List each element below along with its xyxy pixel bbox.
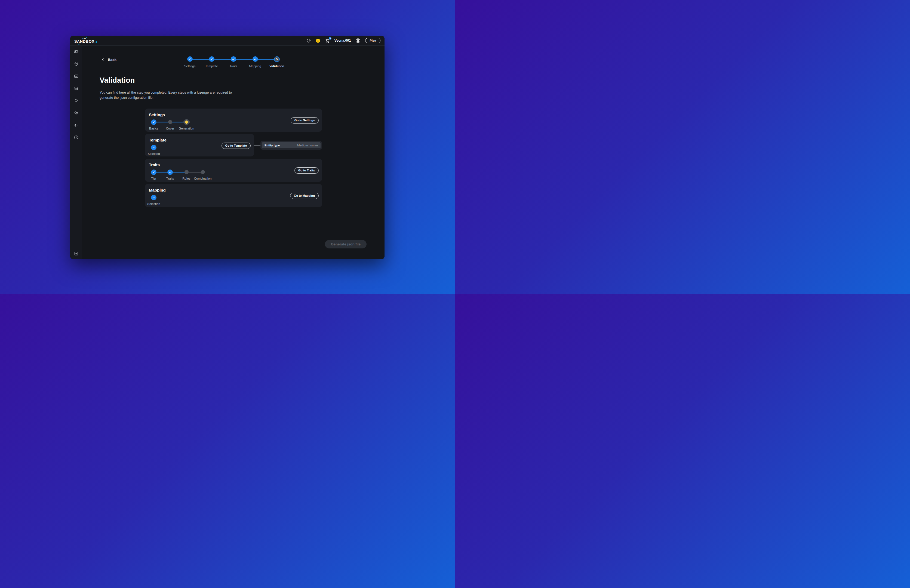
cart-count-badge: 0 [329,37,331,40]
info-icon [74,135,79,140]
substep-label: Selection [147,202,160,205]
entity-type-label: Entity type [265,144,280,147]
stepper-step-template[interactable]: Template [201,56,223,68]
top-bar: THE SANDBOX [70,36,385,46]
substep-label: Basics [149,127,158,130]
substep-tier: Tier [145,169,162,180]
frame-body: Back Settings Template Traits M [70,46,385,259]
logo-diamond-icon [86,37,87,37]
step-label: Settings [184,65,196,68]
substep-selection: Selection [145,195,162,205]
logo-diamond-icon [78,43,80,45]
substep-label: Selected [148,152,160,155]
app-window: THE SANDBOX [70,36,385,259]
go-to-mapping-button[interactable]: Go to Mapping [290,193,318,199]
entity-type-row: Entity type Medium human [262,142,320,148]
go-to-traits-button[interactable]: Go to Traits [294,167,318,174]
check-circle-icon [151,145,157,150]
wizard-stepper: Settings Template Traits Mapping 5 Valid… [179,56,288,68]
substep-cover: Cover [162,119,178,130]
stepper-step-traits[interactable]: Traits [223,56,244,68]
template-row: Template Selected Go to Template Entity [145,134,322,157]
card-title: Traits [149,162,318,167]
current-step-number: 5 [274,57,280,62]
entity-type-value: Medium human [297,144,318,147]
avatar-card-icon [74,74,79,79]
substep-rules: Rules [178,169,195,180]
sidebar-item-ideas[interactable] [74,98,79,103]
lightbulb-icon [74,98,79,103]
top-bar-actions: 0 Vecna.001 Play [306,38,380,44]
stepper-step-validation[interactable]: 5 Validation [266,56,288,68]
logo-name-text: SANDBOX [74,39,94,43]
check-circle-icon [231,57,236,62]
sidebar-item-publish[interactable] [74,251,79,256]
traits-card-steps: Tier Traits Rules Combination [145,169,211,180]
substep-label: Cover [166,127,175,130]
card-title: Mapping [149,188,318,192]
stepper-step-mapping[interactable]: Mapping [244,56,266,68]
substep-label: Tier [151,177,156,180]
substep-label: Traits [166,177,174,180]
page-description: You can find here all the step you compl… [100,90,233,101]
check-circle-icon [151,170,157,175]
step-label: Traits [230,65,237,68]
sidebar-item-avatars[interactable] [74,74,79,79]
substep-traits: Traits [162,169,178,180]
back-label: Back [108,58,116,62]
entity-type-panel: Entity type Medium human [260,141,322,150]
page-title: Validation [100,76,385,85]
go-to-settings-button[interactable]: Go to Settings [291,117,318,124]
pending-circle-icon [168,120,172,124]
check-circle-icon [209,57,215,62]
avatar-icon[interactable] [355,38,361,44]
sidebar-item-map[interactable] [74,61,79,66]
substep-label: Generation [179,127,194,130]
upload-icon [74,251,79,256]
template-card-steps: Selected [145,144,162,155]
sidebar-item-assets[interactable] [74,110,79,115]
gamepad-icon [74,49,79,54]
step-label: Template [205,65,218,68]
cart-icon[interactable]: 0 [325,38,330,43]
stepper-step-settings[interactable]: Settings [179,56,201,68]
megaphone-icon [74,123,79,128]
play-button[interactable]: Play [365,38,380,43]
pending-circle-icon [184,170,189,174]
sidebar-item-announcements[interactable] [74,123,79,128]
sidebar-item-info[interactable] [74,135,79,140]
pending-circle-icon [201,170,205,174]
sidebar [70,46,82,259]
sidebar-item-gamepad[interactable] [74,49,79,54]
mapping-card-steps: Selection [145,195,162,205]
map-pin-icon [74,61,79,66]
traits-card: Traits Tier Traits Rules [145,158,322,182]
globe-icon[interactable] [306,38,311,43]
substep-basics: Basics [145,119,162,130]
check-circle-icon [151,120,157,125]
check-circle-icon [252,57,258,62]
mapping-card: Mapping Selection Go to Mapping [145,184,322,207]
substep-selected: Selected [145,144,162,155]
sandbox-logo[interactable]: THE SANDBOX [74,38,97,44]
card-title: Settings [149,112,318,117]
substep-combination: Combination [195,169,211,180]
sidebar-item-shop[interactable] [74,86,79,91]
logo-diamond-icon [95,41,97,43]
settings-card-steps: Basics Cover Generation [145,119,195,130]
substep-label: Combination [194,177,212,180]
card-title: Template [149,138,250,142]
chevron-left-icon [101,58,105,61]
lozenge-required-icon [183,118,190,126]
validation-cards: Settings Basics Cover Generation [145,108,322,207]
step-label: Mapping [249,65,261,68]
sand-coin-icon[interactable] [315,38,320,43]
storefront-icon [74,86,79,91]
back-button[interactable]: Back [101,58,116,62]
generate-json-button[interactable]: Generate json file [325,240,367,249]
go-to-template-button[interactable]: Go to Template [221,142,251,149]
step-label: Validation [269,65,284,68]
substep-generation: Generation [178,119,195,130]
username-label[interactable]: Vecna.001 [335,39,351,42]
main-content: Back Settings Template Traits M [82,46,385,259]
